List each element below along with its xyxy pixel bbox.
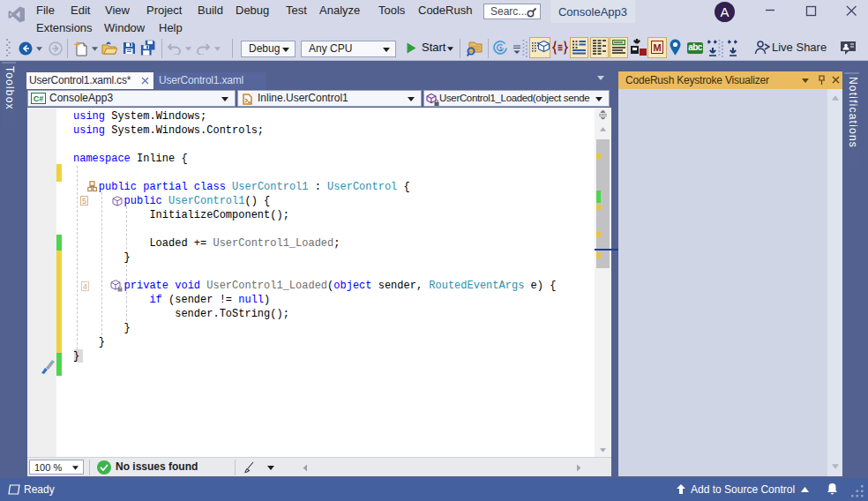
svg-text:1: 1 <box>499 45 504 53</box>
